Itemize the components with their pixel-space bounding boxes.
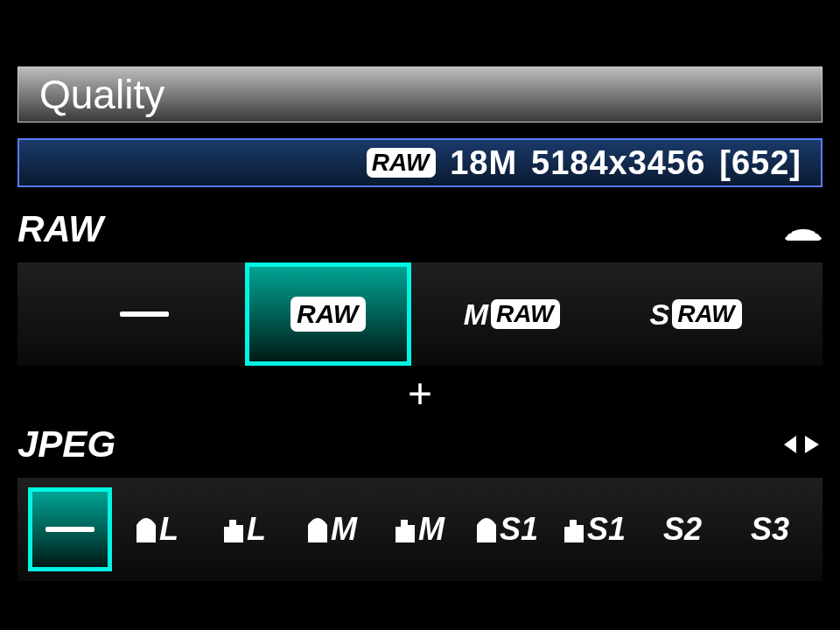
raw-option-sraw[interactable]: S RAW — [612, 262, 779, 366]
jpeg-option-none[interactable] — [28, 487, 112, 571]
raw-badge: RAW — [491, 299, 560, 329]
jpeg-option-m-normal[interactable]: M — [378, 487, 462, 571]
left-right-arrows-icon — [782, 431, 822, 458]
camera-quality-menu: Quality RAW 18M 5184x3456 [652] RAW — [0, 0, 840, 630]
megapixels: 18M — [450, 144, 517, 182]
jpeg-option-m-fine[interactable]: M — [290, 487, 374, 571]
size-label: L — [159, 511, 178, 548]
prefix-s: S — [649, 298, 668, 332]
size-label: S1 — [587, 511, 626, 548]
svg-marker-9 — [805, 436, 819, 453]
fine-quality-icon — [477, 516, 496, 542]
jpeg-option-s3[interactable]: S3 — [728, 487, 812, 571]
size-label: S3 — [751, 511, 789, 548]
jpeg-section-header: JPEG — [18, 424, 822, 466]
jpeg-option-l-fine[interactable]: L — [116, 487, 200, 571]
image-dimensions: 5184x3456 — [531, 144, 705, 182]
dash-icon — [120, 312, 169, 317]
size-label: M — [331, 511, 357, 548]
svg-marker-8 — [784, 436, 796, 453]
fine-quality-icon — [136, 516, 156, 542]
raw-option-mraw[interactable]: M RAW — [429, 262, 595, 366]
jpeg-option-s1-fine[interactable]: S1 — [466, 487, 550, 571]
raw-badge: RAW — [367, 148, 436, 178]
size-label: M — [418, 511, 444, 548]
dash-icon — [46, 527, 94, 532]
jpeg-section-label: JPEG — [18, 424, 116, 466]
jpeg-option-s2[interactable]: S2 — [640, 487, 724, 571]
jpeg-options-row: L L M M S1 — [18, 478, 822, 581]
title-text: Quality — [39, 71, 164, 118]
jpeg-option-s1-normal[interactable]: S1 — [553, 487, 637, 571]
jpeg-option-l-normal[interactable]: L — [203, 487, 287, 571]
shots-remaining: [652] — [719, 144, 802, 182]
fine-quality-icon — [308, 516, 327, 542]
current-quality-info: RAW 18M 5184x3456 [652] — [18, 138, 822, 187]
svg-rect-3 — [802, 220, 805, 224]
normal-quality-icon — [564, 516, 584, 542]
raw-section-label: RAW — [18, 208, 103, 250]
normal-quality-icon — [224, 516, 243, 542]
plus-separator: + — [18, 373, 822, 415]
raw-option-raw[interactable]: RAW — [245, 262, 411, 366]
normal-quality-icon — [396, 516, 415, 542]
size-label: L — [247, 511, 266, 548]
raw-section-header: RAW — [18, 208, 822, 250]
main-dial-icon — [784, 218, 822, 241]
prefix-m: M — [464, 298, 487, 332]
raw-option-none[interactable] — [61, 262, 228, 366]
size-label: S2 — [663, 511, 702, 548]
raw-badge: RAW — [290, 297, 366, 332]
raw-options-row: RAW M RAW S RAW — [18, 262, 822, 366]
size-label: S1 — [500, 511, 538, 548]
raw-badge: RAW — [672, 299, 741, 329]
page-title: Quality — [18, 66, 822, 122]
